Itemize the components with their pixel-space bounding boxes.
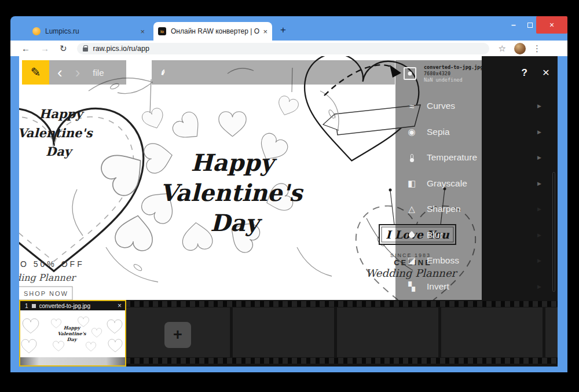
url-text[interactable]: raw.pics.io/ru/app <box>93 45 149 53</box>
filter-item-grayscale[interactable]: ◧ Grayscale ▶ <box>395 171 558 197</box>
thumbnail-index: 1 <box>25 303 28 309</box>
svg-text:Happy: Happy <box>39 107 85 121</box>
filter-list: ≈ Curves ▶ ◉ Sepia ▶ Temperature ▶ ◧ Gra… <box>395 93 558 299</box>
filter-label: Curves <box>427 101 537 111</box>
svg-text:SHOP NOW: SHOP NOW <box>24 290 68 297</box>
maximize-icon <box>527 23 533 28</box>
editor-content: Happy Valentine's Day O 50% OFF Wedding … <box>19 56 558 367</box>
browser-window: Lumpics.ru × io Онлайн RAW конвертер | О… <box>10 16 567 372</box>
thumbnail-card[interactable]: 1 converted-to-jpg.jpg × <box>19 300 126 367</box>
thermometer-icon <box>405 153 419 163</box>
selected-square-icon <box>32 304 36 308</box>
filter-item-temperature[interactable]: Temperature ▶ <box>395 145 558 171</box>
svg-text:Day: Day <box>46 144 74 159</box>
filter-item-curves[interactable]: ≈ Curves ▶ <box>395 93 558 119</box>
filter-label: Sharpen <box>427 204 537 214</box>
filter-item-invert[interactable]: ▚ Invert ▶ <box>395 274 558 300</box>
svg-text:Valentine's: Valentine's <box>19 126 94 140</box>
tab-label: Онлайн RAW конвертер | Обра <box>171 27 259 35</box>
filter-label: Invert <box>427 281 537 292</box>
undo-chevron-icon[interactable]: ‹ <box>57 61 63 83</box>
window-maximize-button[interactable] <box>522 16 537 34</box>
filter-item-sharpen[interactable]: △ Sharpen ▶ <box>395 196 558 222</box>
redo-chevron-icon: › <box>75 61 80 83</box>
panel-header: converted-to-jpg.jpg 7680x4320 NaN undef… <box>395 60 558 87</box>
grayscale-icon: ◧ <box>405 178 419 189</box>
chevron-right-icon[interactable]: ▶ <box>537 258 541 263</box>
url-bar[interactable]: raw.pics.io/ru/app <box>77 43 489 54</box>
back-icon[interactable]: ← <box>21 43 30 53</box>
chevron-right-icon[interactable]: ▶ <box>537 103 541 109</box>
curves-icon: ≈ <box>405 101 419 111</box>
window-minimize-button[interactable]: – <box>506 16 521 34</box>
filter-label: Emboss <box>427 255 537 266</box>
emboss-icon: ◪ <box>405 255 419 266</box>
thumbnail-scrollbar[interactable] <box>20 357 125 365</box>
svg-text:O 50% OFF: O 50% OFF <box>20 259 85 269</box>
reload-icon[interactable]: ↻ <box>60 43 67 54</box>
chevron-right-icon[interactable]: ▶ <box>537 232 541 238</box>
svg-text:Happy: Happy <box>64 325 81 331</box>
chevron-right-icon[interactable]: ▶ <box>537 206 541 212</box>
filters-panel: converted-to-jpg.jpg 7680x4320 NaN undef… <box>395 60 558 300</box>
image-focus-icon <box>404 67 416 80</box>
panel-close-icon[interactable]: × <box>543 65 549 79</box>
filter-item-sepia[interactable]: ◉ Sepia ▶ <box>395 119 558 145</box>
svg-text:Day: Day <box>67 336 78 342</box>
svg-text:Happy: Happy <box>191 149 278 176</box>
browser-addressbar: ← → ↻ raw.pics.io/ru/app ☆ ⋮ <box>10 41 567 56</box>
new-tab-button[interactable]: + <box>280 24 286 36</box>
bookmark-star-icon[interactable]: ☆ <box>499 43 506 54</box>
thumbnail-preview[interactable]: Happy Valentine's Day <box>20 310 125 357</box>
file-meta: NaN undefined <box>424 77 483 83</box>
add-image-button[interactable]: + <box>164 322 191 348</box>
picsio-favicon-icon: io <box>158 27 166 35</box>
tab-raw-converter[interactable]: io Онлайн RAW конвертер | Обра × <box>153 22 272 41</box>
tab-label: Lumpics.ru <box>45 27 137 35</box>
tab-close-icon[interactable]: × <box>263 27 267 36</box>
tab-close-icon[interactable]: × <box>140 27 145 36</box>
sharpen-icon: △ <box>405 204 419 214</box>
sepia-icon: ◉ <box>405 127 419 137</box>
toolbar-tools-group: ✒ <box>152 60 395 85</box>
profile-avatar[interactable] <box>514 43 526 54</box>
svg-text:Valentine's: Valentine's <box>57 331 86 336</box>
filter-label: Blur <box>427 230 537 240</box>
thumbnail-header: 1 converted-to-jpg.jpg × <box>20 301 125 310</box>
help-button[interactable]: ? <box>522 67 527 79</box>
filter-item-emboss[interactable]: ◪ Emboss ▶ <box>395 248 558 274</box>
pen-tool-button[interactable]: ✎ <box>22 60 49 85</box>
pen-icon: ✎ <box>31 65 41 79</box>
filter-label: Grayscale <box>427 178 537 189</box>
blur-drop-icon <box>405 230 419 240</box>
browser-titlebar: Lumpics.ru × io Онлайн RAW конвертер | О… <box>10 16 567 41</box>
chevron-right-icon[interactable]: ▶ <box>537 284 541 290</box>
eyedropper-icon[interactable]: ✒ <box>157 67 170 78</box>
thumbnail-filename: converted-to-jpg.jpg <box>39 303 114 309</box>
toolbar-history-group: ‹ › file <box>49 60 126 85</box>
lock-icon <box>83 47 88 52</box>
tab-lumpics[interactable]: Lumpics.ru × <box>28 22 149 41</box>
file-menu-button[interactable]: file <box>93 68 104 78</box>
svg-text:Day: Day <box>210 209 263 236</box>
chevron-right-icon[interactable]: ▶ <box>537 129 541 135</box>
chevron-right-icon[interactable]: ▶ <box>537 155 541 160</box>
window-close-button[interactable]: × <box>536 16 567 34</box>
invert-icon: ▚ <box>405 281 419 292</box>
file-name: converted-to-jpg.jpg <box>424 64 483 71</box>
file-info: converted-to-jpg.jpg 7680x4320 NaN undef… <box>424 64 483 83</box>
browser-menu-icon[interactable]: ⋮ <box>533 43 541 54</box>
panel-scrollbar[interactable] <box>552 172 555 292</box>
filter-label: Temperature <box>427 152 537 163</box>
filter-label: Sepia <box>427 127 537 137</box>
chevron-right-icon[interactable]: ▶ <box>537 181 541 186</box>
thumbnail-close-icon[interactable]: × <box>118 302 122 310</box>
file-dimensions: 7680x4320 <box>424 71 483 77</box>
lumpics-favicon-icon <box>32 27 41 35</box>
svg-text:Wedding Planner: Wedding Planner <box>19 272 76 283</box>
svg-text:Valentine's: Valentine's <box>160 179 303 206</box>
forward-icon[interactable]: → <box>41 43 49 53</box>
filter-item-blur[interactable]: Blur ▶ <box>395 222 558 248</box>
